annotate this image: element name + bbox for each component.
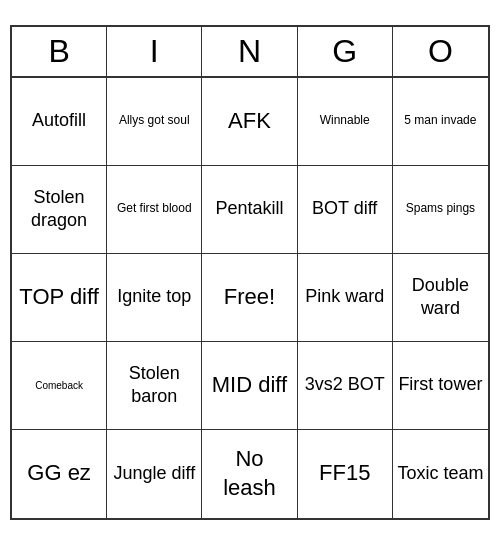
bingo-cell-19[interactable]: First tower bbox=[393, 342, 488, 430]
bingo-grid: AutofillAllys got soulAFKWinnable5 man i… bbox=[12, 78, 488, 518]
bingo-cell-22[interactable]: No leash bbox=[202, 430, 297, 518]
bingo-cell-18[interactable]: 3vs2 BOT bbox=[298, 342, 393, 430]
bingo-cell-4[interactable]: 5 man invade bbox=[393, 78, 488, 166]
bingo-header: BINGO bbox=[12, 27, 488, 78]
bingo-cell-7[interactable]: Pentakill bbox=[202, 166, 297, 254]
bingo-cell-12[interactable]: Free! bbox=[202, 254, 297, 342]
bingo-cell-11[interactable]: Ignite top bbox=[107, 254, 202, 342]
bingo-cell-15[interactable]: Comeback bbox=[12, 342, 107, 430]
header-letter-g: G bbox=[298, 27, 393, 76]
bingo-cell-0[interactable]: Autofill bbox=[12, 78, 107, 166]
bingo-cell-8[interactable]: BOT diff bbox=[298, 166, 393, 254]
bingo-cell-17[interactable]: MID diff bbox=[202, 342, 297, 430]
header-letter-i: I bbox=[107, 27, 202, 76]
bingo-cell-6[interactable]: Get first blood bbox=[107, 166, 202, 254]
bingo-cell-5[interactable]: Stolen dragon bbox=[12, 166, 107, 254]
header-letter-o: O bbox=[393, 27, 488, 76]
bingo-cell-9[interactable]: Spams pings bbox=[393, 166, 488, 254]
bingo-cell-2[interactable]: AFK bbox=[202, 78, 297, 166]
bingo-cell-1[interactable]: Allys got soul bbox=[107, 78, 202, 166]
bingo-cell-13[interactable]: Pink ward bbox=[298, 254, 393, 342]
header-letter-b: B bbox=[12, 27, 107, 76]
bingo-cell-3[interactable]: Winnable bbox=[298, 78, 393, 166]
bingo-cell-10[interactable]: TOP diff bbox=[12, 254, 107, 342]
bingo-cell-20[interactable]: GG ez bbox=[12, 430, 107, 518]
bingo-cell-23[interactable]: FF15 bbox=[298, 430, 393, 518]
bingo-cell-16[interactable]: Stolen baron bbox=[107, 342, 202, 430]
bingo-cell-21[interactable]: Jungle diff bbox=[107, 430, 202, 518]
bingo-cell-24[interactable]: Toxic team bbox=[393, 430, 488, 518]
bingo-card: BINGO AutofillAllys got soulAFKWinnable5… bbox=[10, 25, 490, 520]
bingo-cell-14[interactable]: Double ward bbox=[393, 254, 488, 342]
header-letter-n: N bbox=[202, 27, 297, 76]
